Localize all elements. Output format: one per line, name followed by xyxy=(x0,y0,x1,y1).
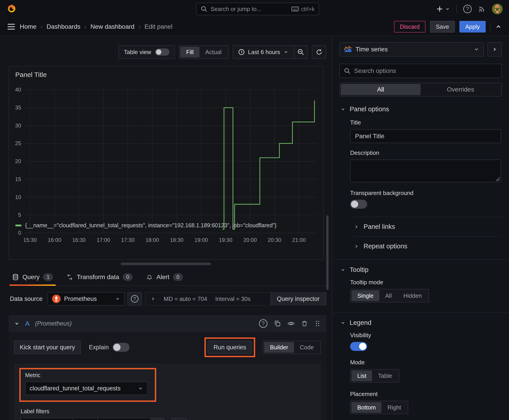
description-textarea[interactable] xyxy=(350,159,501,182)
query-inspector-button[interactable]: Query inspector xyxy=(270,292,326,306)
y-axis-tick-label: 40 xyxy=(9,87,21,93)
breadcrumb-dashboards[interactable]: Dashboards xyxy=(46,23,80,30)
y-axis-tick-label: 20 xyxy=(9,158,21,165)
legend-mode-list[interactable]: List xyxy=(351,370,372,381)
metric-select[interactable]: cloudflared_tunnel_total_requests xyxy=(25,382,148,395)
news-icon[interactable] xyxy=(478,5,486,13)
code-option[interactable]: Code xyxy=(294,342,319,353)
tab-alert-label: Alert xyxy=(156,273,169,281)
clock-icon xyxy=(238,49,245,55)
chevron-right-icon[interactable] xyxy=(150,296,156,301)
chart-legend[interactable]: {__name__="cloudflared_tunnel_total_requ… xyxy=(15,222,276,229)
refresh-button[interactable] xyxy=(312,45,326,59)
legend-placement-segmented: Bottom Right xyxy=(350,401,408,414)
hide-query-eye-icon[interactable] xyxy=(287,320,295,327)
grafana-logo[interactable] xyxy=(6,4,17,14)
resize-handle-icon[interactable] xyxy=(495,177,500,181)
delete-query-trash-icon[interactable] xyxy=(301,320,308,327)
actual-option[interactable]: Actual xyxy=(199,47,227,57)
drag-handle-icon[interactable] xyxy=(314,320,321,327)
global-search[interactable]: ctrl+k xyxy=(196,3,319,15)
operator-dropdown[interactable]: = xyxy=(73,418,98,420)
label-filter-row: Select label = Select value xyxy=(21,418,316,420)
explain-toggle-group: Explain xyxy=(89,343,129,352)
tab-transform-data[interactable]: Transform data 0 xyxy=(66,273,134,285)
transparent-background-toggle[interactable] xyxy=(350,200,367,209)
explain-toggle[interactable] xyxy=(113,343,129,352)
remove-filter-button[interactable]: x xyxy=(151,418,164,420)
search-input[interactable] xyxy=(211,6,288,13)
shortcut-label: ctrl+k xyxy=(301,6,315,12)
chart-plot-area[interactable] xyxy=(25,90,317,233)
tooltip-section-header[interactable]: Tooltip xyxy=(339,260,502,279)
tooltip-mode-all[interactable]: All xyxy=(379,290,397,301)
new-dropdown-button[interactable] xyxy=(436,5,450,13)
datasource-label: Data source xyxy=(8,292,48,306)
panel-title-input[interactable] xyxy=(350,129,501,143)
search-options-input[interactable] xyxy=(354,67,497,75)
legend-section-header[interactable]: Legend xyxy=(339,313,502,332)
tooltip-mode-hidden[interactable]: Hidden xyxy=(397,290,427,301)
tab-alert[interactable]: Alert 0 xyxy=(145,273,184,285)
discard-button[interactable]: Discard xyxy=(394,21,425,32)
query-builder-box: Metric cloudflared_tunnel_total_requests… xyxy=(14,363,321,420)
edit-area-scrollbar[interactable] xyxy=(326,215,328,290)
datasource-help-button[interactable]: ? xyxy=(128,292,142,306)
label-filters-block: Label filters Select label = xyxy=(19,408,316,420)
top-nav-bar: ctrl+k ? xyxy=(0,0,509,18)
run-queries-button[interactable]: Run queries xyxy=(208,341,252,354)
query-card-header[interactable]: A (Prometheus) ? xyxy=(8,315,326,332)
tab-query[interactable]: Query 1 xyxy=(11,273,54,285)
save-button[interactable]: Save xyxy=(430,21,455,32)
panel-links-title: Panel links xyxy=(364,223,395,230)
repeat-options-section-header[interactable]: Repeat options xyxy=(339,237,502,256)
tooltip-mode-single[interactable]: Single xyxy=(351,290,379,301)
select-value-dropdown[interactable]: Select value xyxy=(98,418,151,420)
tab-all[interactable]: All xyxy=(341,84,421,95)
metric-value: cloudflared_tunnel_total_requests xyxy=(30,385,134,392)
select-label-dropdown[interactable]: Select label xyxy=(21,418,73,420)
tab-transform-label: Transform data xyxy=(77,273,119,281)
hamburger-menu-icon[interactable] xyxy=(7,23,15,30)
x-axis-tick-label: 20:30 xyxy=(264,237,285,243)
resize-drag-handle[interactable] xyxy=(121,262,211,265)
chevron-right-icon xyxy=(354,224,359,230)
y-axis-tick-label: 5 xyxy=(9,212,21,218)
table-view-toggle[interactable] xyxy=(155,48,169,56)
x-axis-tick-label: 19:00 xyxy=(191,237,211,243)
chevron-down-icon xyxy=(138,386,143,391)
duplicate-query-icon[interactable] xyxy=(274,320,281,327)
legend-visibility-toggle[interactable] xyxy=(350,342,367,351)
panel-links-section-header[interactable]: Panel links xyxy=(339,217,502,236)
time-series-viz-icon xyxy=(344,46,352,52)
apply-button[interactable]: Apply xyxy=(459,21,486,32)
collapse-options-pane-button[interactable] xyxy=(487,42,502,57)
breadcrumb-home[interactable]: Home xyxy=(20,23,37,30)
metric-annotation-box: Metric cloudflared_tunnel_total_requests xyxy=(19,368,156,402)
legend-placement-right[interactable]: Right xyxy=(381,402,407,413)
search-options-box[interactable] xyxy=(339,64,502,78)
query-card-actions: ? xyxy=(259,319,321,328)
legend-placement-bottom[interactable]: Bottom xyxy=(351,402,381,413)
tooltip-mode-label: Tooltip mode xyxy=(350,279,501,286)
time-range-picker[interactable]: Last 6 hours xyxy=(233,49,294,56)
query-help-icon[interactable]: ? xyxy=(259,319,267,328)
fill-option[interactable]: Fill xyxy=(180,47,199,57)
datasource-row: Data source Prometheus xyxy=(8,292,326,306)
visualization-picker[interactable]: Time series xyxy=(339,42,484,57)
user-avatar[interactable] xyxy=(492,4,503,14)
tab-overrides[interactable]: Overrides xyxy=(421,84,501,95)
builder-option[interactable]: Builder xyxy=(264,342,294,353)
breadcrumb-new-dashboard[interactable]: New dashboard xyxy=(91,23,134,30)
series-label[interactable]: {__name__="cloudflared_tunnel_total_requ… xyxy=(25,222,276,229)
panel-options-section-header[interactable]: Panel options xyxy=(339,99,502,118)
zoom-out-button[interactable] xyxy=(294,45,307,59)
title-label: Title xyxy=(350,119,501,126)
explain-label: Explain xyxy=(89,344,109,351)
legend-mode-table[interactable]: Table xyxy=(372,370,398,381)
help-icon[interactable]: ? xyxy=(463,5,472,13)
collapse-header-icon[interactable] xyxy=(495,23,502,30)
kick-start-query-button[interactable]: Kick start your query xyxy=(14,341,81,354)
datasource-picker[interactable]: Prometheus xyxy=(48,292,125,306)
add-filter-button[interactable] xyxy=(171,418,186,420)
